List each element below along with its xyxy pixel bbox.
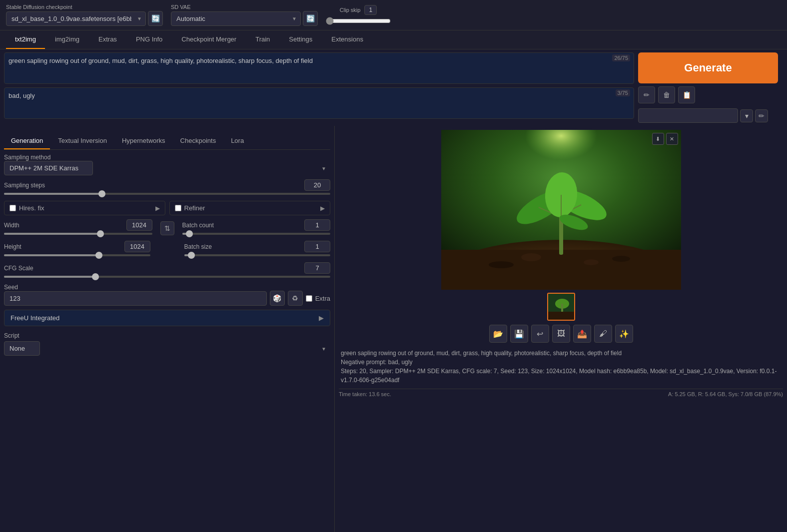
refiner-checkbox[interactable] <box>175 205 181 211</box>
sampling-steps-label: Sampling steps <box>4 182 45 189</box>
seed-input[interactable] <box>4 291 267 306</box>
right-col: Generate ✏ 🗑 📋 ▾ ✏ <box>638 52 783 123</box>
gen-tab-hypernetworks[interactable]: Hypernetworks <box>115 133 172 149</box>
open-folder-btn[interactable]: 📂 <box>489 325 507 343</box>
batch-size-input[interactable] <box>304 241 330 252</box>
vram-info: A: 5.25 GB, R: 5.64 GB, Sys: 7.0/8 GB (8… <box>668 391 783 397</box>
status-bar: Time taken: 13.6 sec. A: 5.25 GB, R: 5.6… <box>339 389 783 397</box>
batch-count-label: Batch count <box>182 222 222 229</box>
positive-prompt-area: green sapling rowing out of ground, mud,… <box>4 52 634 85</box>
generation-tabs: Generation Textual Inversion Hypernetwor… <box>4 133 330 150</box>
copy-button[interactable]: 📋 <box>678 86 695 103</box>
vae-label: SD VAE <box>171 4 318 10</box>
freeu-header[interactable]: FreeU Integrated ▶ <box>4 310 330 326</box>
tab-img2img[interactable]: img2img <box>46 30 88 49</box>
swap-dimensions-btn[interactable]: ⇅ <box>160 221 174 235</box>
width-label: Width <box>4 222 44 229</box>
generate-button[interactable]: Generate <box>638 52 778 83</box>
thumbnail-img-0 <box>548 294 575 321</box>
right-panel: ⬇ ✕ 📂 💾 ↩ 🖼 📤 🖌 ✨ <box>335 126 787 532</box>
send-extras-btn[interactable]: 📤 <box>573 325 591 343</box>
send-back-btn[interactable]: ↩ <box>531 325 549 343</box>
download-image-btn[interactable]: ⬇ <box>652 133 664 145</box>
clip-skip-value: 1 <box>364 5 377 15</box>
tab-extras[interactable]: Extras <box>89 30 126 49</box>
gen-tab-lora[interactable]: Lora <box>224 133 251 149</box>
checkpoint-refresh-btn[interactable]: 🔄 <box>148 11 163 26</box>
svg-point-15 <box>612 256 630 262</box>
cfg-scale-input[interactable] <box>304 262 330 274</box>
height-track <box>4 254 150 256</box>
spacer <box>158 241 176 258</box>
style-input[interactable] <box>638 108 738 123</box>
sampling-steps-input[interactable] <box>304 179 330 191</box>
tab-extensions[interactable]: Extensions <box>322 30 372 49</box>
gen-tab-checkpoints[interactable]: Checkpoints <box>173 133 223 149</box>
width-input[interactable] <box>126 219 152 231</box>
height-batchsize-row: Height Batch size <box>4 241 330 258</box>
checkpoint-section: Stable Diffusion checkpoint sd_xl_base_1… <box>6 4 163 26</box>
seed-dice-btn[interactable]: 🎲 <box>270 291 285 306</box>
height-input[interactable] <box>124 241 150 252</box>
script-select[interactable]: None <box>4 341 40 356</box>
tab-train[interactable]: Train <box>246 30 279 49</box>
positive-prompt[interactable]: green sapling rowing out of ground, mud,… <box>4 52 634 84</box>
negative-prompt-area: bad, ugly 3/75 <box>4 87 634 120</box>
batch-count-input[interactable] <box>304 219 330 231</box>
style-dropdown-btn[interactable]: ▾ <box>740 109 753 122</box>
height-thumb <box>95 252 102 259</box>
nav-tabs: txt2img img2img Extras PNG Info Checkpoi… <box>0 30 787 49</box>
freeu-arrow: ▶ <box>319 314 324 322</box>
checkpoint-select[interactable]: sd_xl_base_1.0_0.9vae.safetensors [e6bb9… <box>6 11 146 26</box>
gallery-btn[interactable]: 🖼 <box>552 325 570 343</box>
vae-select[interactable]: Automatic <box>171 11 301 26</box>
edit-button[interactable]: ✏ <box>638 86 655 103</box>
sampling-method-select[interactable]: DPM++ 2M SDE Karras <box>4 161 93 175</box>
vae-select-wrapper[interactable]: Automatic <box>171 11 301 26</box>
thumbnail-0[interactable] <box>547 293 575 321</box>
top-bar: Stable Diffusion checkpoint sd_xl_base_1… <box>0 0 787 30</box>
sampling-steps-thumb <box>98 190 105 197</box>
delete-button[interactable]: 🗑 <box>658 86 675 103</box>
width-track <box>4 233 152 235</box>
gen-tab-textual-inversion[interactable]: Textual Inversion <box>51 133 114 149</box>
batch-count-section: Batch count <box>182 219 331 237</box>
hires-fix-label[interactable]: Hires. fix <box>9 204 44 212</box>
hires-fix-checkbox[interactable] <box>9 205 16 211</box>
negative-prompt[interactable]: bad, ugly <box>4 87 634 119</box>
batch-count-track <box>182 233 331 235</box>
script-select-wrapper[interactable]: None <box>4 341 330 356</box>
image-info: green sapling rowing out of ground, mud,… <box>339 347 783 387</box>
sampling-method-wrapper[interactable]: DPM++ 2M SDE Karras <box>4 161 330 175</box>
seed-row: 🎲 ♻ Extra <box>4 291 330 306</box>
svg-rect-19 <box>548 312 575 321</box>
save-btn[interactable]: 💾 <box>510 325 528 343</box>
script-label: Script <box>4 332 330 339</box>
clip-skip-slider[interactable] <box>326 17 391 25</box>
seed-recycle-btn[interactable]: ♻ <box>288 291 303 306</box>
sampling-steps-section: Sampling steps <box>4 179 330 197</box>
tab-png-info[interactable]: PNG Info <box>127 30 171 49</box>
width-fill <box>4 233 100 235</box>
tab-checkpoint-merger[interactable]: Checkpoint Merger <box>172 30 245 49</box>
extra-checkbox-label[interactable]: Extra <box>306 295 330 302</box>
tab-txt2img[interactable]: txt2img <box>6 30 45 49</box>
cfg-scale-track <box>4 276 330 278</box>
checkpoint-select-wrapper[interactable]: sd_xl_base_1.0_0.9vae.safetensors [e6bb9… <box>6 11 146 26</box>
star-btn[interactable]: ✨ <box>615 325 633 343</box>
tab-settings[interactable]: Settings <box>280 30 321 49</box>
script-section: Script None <box>4 332 330 356</box>
refiner-label[interactable]: Refiner <box>175 204 205 212</box>
bottom-toolbar: 📂 💾 ↩ 🖼 📤 🖌 ✨ <box>339 325 783 343</box>
hires-fix-section: Hires. fix ▶ <box>4 201 165 215</box>
refiner-section: Refiner ▶ <box>169 201 331 215</box>
brush-btn[interactable]: 🖌 <box>594 325 612 343</box>
height-fill <box>4 254 99 256</box>
width-batchcount-row: Width ⇅ Batch count <box>4 219 330 237</box>
close-image-btn[interactable]: ✕ <box>666 133 678 145</box>
cfg-scale-section: CFG Scale <box>4 262 330 280</box>
extra-checkbox[interactable] <box>306 295 312 302</box>
style-edit-btn[interactable]: ✏ <box>755 109 768 122</box>
gen-tab-generation[interactable]: Generation <box>4 133 50 149</box>
vae-refresh-btn[interactable]: 🔄 <box>303 11 318 26</box>
